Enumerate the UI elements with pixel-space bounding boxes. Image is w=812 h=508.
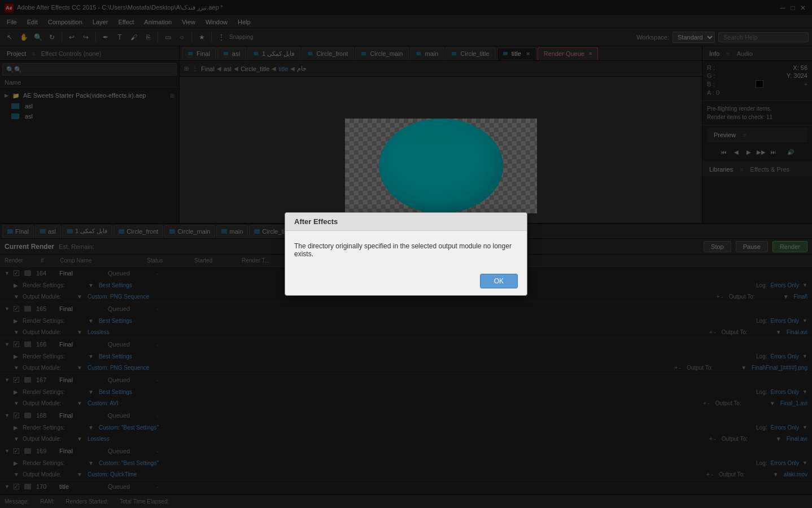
dialog-body: The directory originally specified in th… — [285, 231, 527, 269]
dialog-overlay: After Effects The directory originally s… — [0, 0, 812, 508]
dialog-title: After Effects — [285, 213, 527, 231]
dialog-after-effects: After Effects The directory originally s… — [285, 212, 527, 296]
dialog-ok-button[interactable]: OK — [480, 274, 518, 288]
dialog-footer: OK — [285, 269, 527, 295]
